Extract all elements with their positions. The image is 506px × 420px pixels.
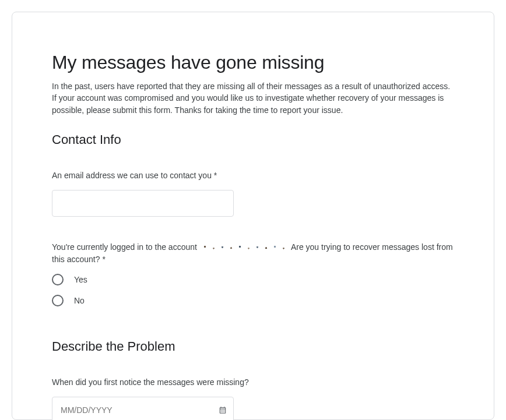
account-confirm-block: You're currently logged in to the accoun…	[52, 241, 454, 306]
date-label: When did you first notice the messages w…	[52, 376, 454, 389]
date-input-wrap	[52, 397, 234, 420]
radio-icon	[52, 274, 64, 285]
email-input[interactable]	[52, 190, 234, 217]
radio-icon	[52, 295, 64, 306]
email-field-block: An email address we can use to contact y…	[52, 170, 454, 217]
account-confirm-prefix: You're currently logged in to the accoun…	[52, 242, 199, 252]
radio-option-yes[interactable]: Yes	[52, 274, 454, 285]
account-confirm-label: You're currently logged in to the accoun…	[52, 241, 454, 266]
page-title: My messages have gone missing	[52, 52, 454, 73]
section-heading-describe: Describe the Problem	[52, 339, 454, 354]
form-card: My messages have gone missing In the pas…	[12, 12, 494, 420]
date-field-block: When did you first notice the messages w…	[52, 376, 454, 420]
intro-paragraph: In the past, users have reported that th…	[52, 80, 454, 116]
radio-label-yes: Yes	[74, 275, 87, 284]
radio-label-no: No	[74, 296, 85, 305]
radio-option-no[interactable]: No	[52, 295, 454, 306]
account-confirm-radio-group: Yes No	[52, 274, 454, 306]
redacted-account	[201, 243, 288, 252]
section-heading-contact: Contact Info	[52, 132, 454, 147]
email-label: An email address we can use to contact y…	[52, 170, 454, 182]
date-input[interactable]	[52, 397, 234, 420]
